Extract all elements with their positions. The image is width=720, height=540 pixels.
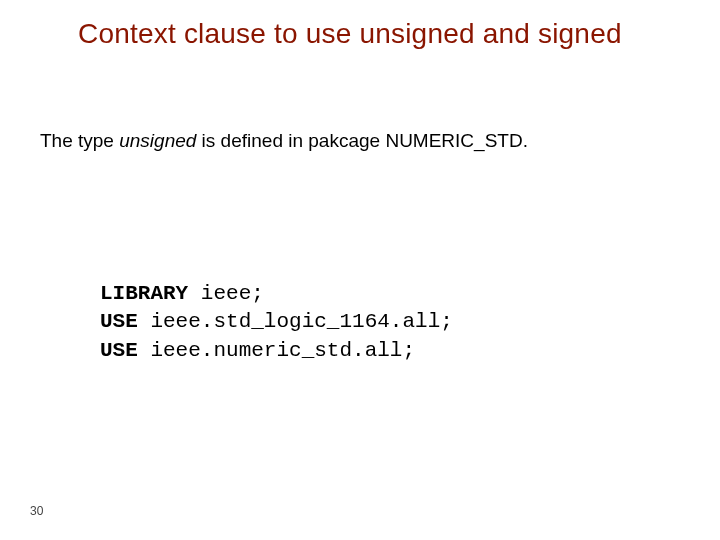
keyword-use-2: USE bbox=[100, 339, 138, 362]
code-rest-1: ieee; bbox=[188, 282, 264, 305]
code-rest-3: ieee.numeric_std.all; bbox=[138, 339, 415, 362]
body-post: is defined in pakcage NUMERIC_STD. bbox=[196, 130, 528, 151]
keyword-library: LIBRARY bbox=[100, 282, 188, 305]
code-line-1: LIBRARY ieee; bbox=[100, 280, 453, 308]
code-line-3: USE ieee.numeric_std.all; bbox=[100, 337, 453, 365]
keyword-use-1: USE bbox=[100, 310, 138, 333]
code-block: LIBRARY ieee; USE ieee.std_logic_1164.al… bbox=[100, 280, 453, 365]
code-line-2: USE ieee.std_logic_1164.all; bbox=[100, 308, 453, 336]
code-rest-2: ieee.std_logic_1164.all; bbox=[138, 310, 453, 333]
body-text: The type unsigned is defined in pakcage … bbox=[40, 130, 528, 152]
body-pre: The type bbox=[40, 130, 119, 151]
slide-title: Context clause to use unsigned and signe… bbox=[78, 18, 710, 50]
body-italic: unsigned bbox=[119, 130, 196, 151]
page-number: 30 bbox=[30, 504, 43, 518]
